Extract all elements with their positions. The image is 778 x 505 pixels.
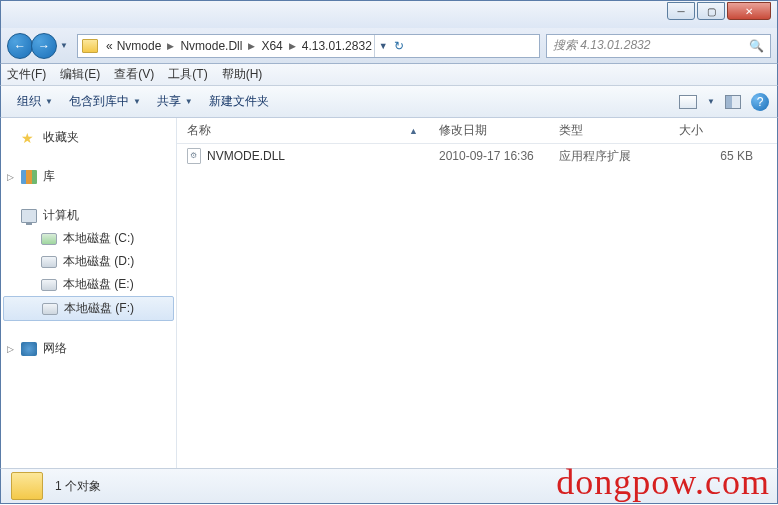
sidebar-computer[interactable]: 计算机: [1, 204, 176, 227]
folder-icon: [11, 472, 43, 500]
share-button[interactable]: 共享▼: [149, 93, 201, 110]
back-button[interactable]: ←: [7, 33, 33, 59]
organize-button[interactable]: 组织▼: [9, 93, 61, 110]
file-size: 65 KB: [669, 149, 777, 163]
menu-view[interactable]: 查看(V): [114, 66, 154, 83]
address-bar[interactable]: « Nvmode ▶ Nvmode.Dll ▶ X64 ▶ 4.13.01.28…: [77, 34, 540, 58]
minimize-button[interactable]: ─: [667, 2, 695, 20]
column-date[interactable]: 修改日期: [429, 122, 549, 139]
status-count: 1 个对象: [55, 478, 101, 495]
sidebar-libraries[interactable]: ▷ 库: [1, 165, 176, 188]
search-input[interactable]: 搜索 4.13.01.2832 🔍: [546, 34, 771, 58]
expand-icon[interactable]: ▷: [7, 172, 14, 182]
sidebar-disk-f[interactable]: 本地磁盘 (F:): [3, 296, 174, 321]
file-row[interactable]: NVMODE.DLL 2010-09-17 16:36 应用程序扩展 65 KB: [177, 144, 777, 168]
sidebar-favorites[interactable]: ★ 收藏夹: [1, 126, 176, 149]
chevron-right-icon: ▶: [163, 41, 178, 51]
file-list-area: 名称 ▲ 修改日期 类型 大小 NVMODE.DLL 2010-09-17 16…: [177, 118, 777, 468]
sidebar-disk-d[interactable]: 本地磁盘 (D:): [1, 250, 176, 273]
menu-file[interactable]: 文件(F): [7, 66, 46, 83]
help-button[interactable]: ?: [751, 93, 769, 111]
chevron-right-icon: ▶: [285, 41, 300, 51]
close-button[interactable]: ✕: [727, 2, 771, 20]
toolbar: 组织▼ 包含到库中▼ 共享▼ 新建文件夹 ▼ ?: [0, 86, 778, 118]
main-area: ★ 收藏夹 ▷ 库 计算机 本地磁盘 (C:) 本地磁盘 (D:): [0, 118, 778, 468]
file-type: 应用程序扩展: [549, 148, 669, 165]
sidebar-disk-c[interactable]: 本地磁盘 (C:): [1, 227, 176, 250]
view-options-button[interactable]: [679, 95, 697, 109]
file-date: 2010-09-17 16:36: [429, 149, 549, 163]
dll-file-icon: [187, 148, 201, 164]
disk-icon: [41, 233, 57, 245]
library-icon: [21, 170, 37, 184]
breadcrumb-item[interactable]: 4.13.01.2832: [300, 39, 374, 53]
computer-icon: [21, 209, 37, 223]
search-icon[interactable]: 🔍: [749, 39, 764, 53]
preview-pane-button[interactable]: [725, 95, 741, 109]
chevron-down-icon: ▼: [45, 97, 53, 106]
sidebar-disk-e[interactable]: 本地磁盘 (E:): [1, 273, 176, 296]
breadcrumb-prefix: «: [104, 39, 115, 53]
star-icon: ★: [21, 130, 37, 146]
chevron-down-icon: ▼: [133, 97, 141, 106]
disk-icon: [41, 256, 57, 268]
chevron-down-icon: ▼: [185, 97, 193, 106]
menu-edit[interactable]: 编辑(E): [60, 66, 100, 83]
include-library-button[interactable]: 包含到库中▼: [61, 93, 149, 110]
column-name[interactable]: 名称 ▲: [177, 122, 429, 139]
search-placeholder: 搜索 4.13.01.2832: [553, 37, 650, 54]
chevron-down-icon: ▼: [707, 97, 715, 106]
breadcrumb-item[interactable]: Nvmode.Dll: [178, 39, 244, 53]
window-titlebar: ─ ▢ ✕: [0, 0, 778, 28]
maximize-button[interactable]: ▢: [697, 2, 725, 20]
new-folder-button[interactable]: 新建文件夹: [201, 93, 277, 110]
folder-icon: [82, 39, 98, 53]
network-icon: [21, 342, 37, 356]
column-size[interactable]: 大小: [669, 122, 777, 139]
navigation-bar: ← → ▼ « Nvmode ▶ Nvmode.Dll ▶ X64 ▶ 4.13…: [0, 28, 778, 64]
disk-icon: [41, 279, 57, 291]
column-headers: 名称 ▲ 修改日期 类型 大小: [177, 118, 777, 144]
navigation-sidebar: ★ 收藏夹 ▷ 库 计算机 本地磁盘 (C:) 本地磁盘 (D:): [1, 118, 177, 468]
file-name: NVMODE.DLL: [207, 149, 285, 163]
history-dropdown[interactable]: ▼: [57, 33, 71, 59]
chevron-right-icon: ▶: [244, 41, 259, 51]
breadcrumb-item[interactable]: Nvmode: [115, 39, 164, 53]
expand-icon[interactable]: ▷: [7, 344, 14, 354]
refresh-button[interactable]: ↻: [394, 39, 404, 53]
menu-help[interactable]: 帮助(H): [222, 66, 263, 83]
disk-icon: [42, 303, 58, 315]
sidebar-network[interactable]: ▷ 网络: [1, 337, 176, 360]
column-type[interactable]: 类型: [549, 122, 669, 139]
forward-button[interactable]: →: [31, 33, 57, 59]
menu-bar: 文件(F) 编辑(E) 查看(V) 工具(T) 帮助(H): [0, 64, 778, 86]
address-dropdown[interactable]: ▼: [379, 41, 388, 51]
sort-indicator-icon: ▲: [409, 126, 418, 136]
breadcrumb-item[interactable]: X64: [259, 39, 284, 53]
menu-tools[interactable]: 工具(T): [168, 66, 207, 83]
status-bar: 1 个对象: [0, 468, 778, 504]
